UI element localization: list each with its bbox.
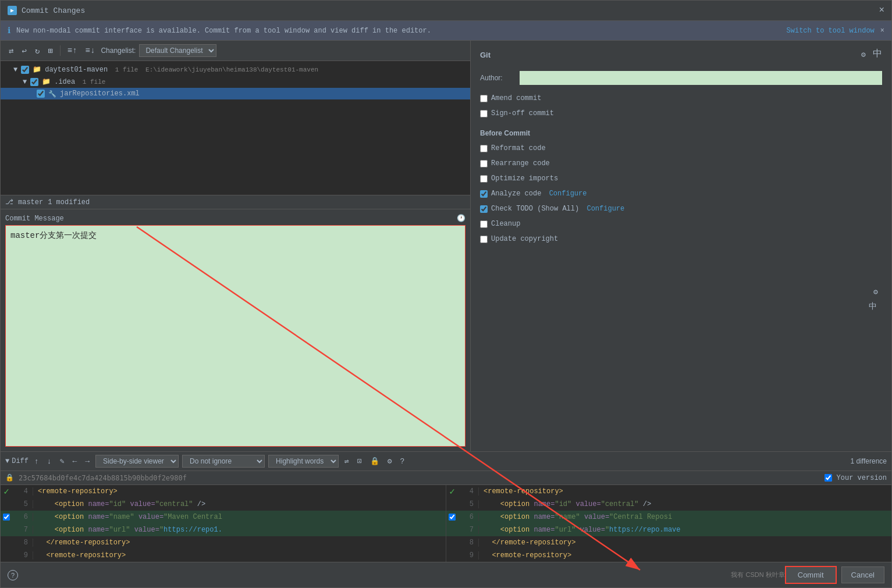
diff-lock-btn[interactable]: 🔒 bbox=[368, 455, 382, 467]
author-row: Author: bbox=[480, 71, 882, 85]
diff-back-btn[interactable]: ← bbox=[70, 456, 79, 467]
commit-button[interactable]: Commit bbox=[785, 566, 837, 584]
group-button[interactable]: ⊞ bbox=[45, 45, 55, 57]
cancel-button[interactable]: Cancel bbox=[841, 566, 884, 583]
diff-highlight-select[interactable]: Highlight words Highlight chars Highligh… bbox=[268, 455, 339, 468]
diff-line-right-7: 7 <option name="url" value="https://repo… bbox=[446, 523, 891, 536]
reformat-code-row: Reformat code bbox=[480, 144, 882, 152]
diff-linecontent-left-6: <option name="name" value="Maven Central bbox=[33, 512, 446, 522]
help-button[interactable]: ? bbox=[8, 570, 18, 580]
optimize-imports-label: Optimize imports bbox=[491, 174, 558, 183]
info-text: New non-modal commit interface is availa… bbox=[16, 27, 781, 35]
diff-linecontent-left-7: <option name="url" value="https://repo1. bbox=[33, 525, 446, 535]
diff-forward-btn[interactable]: → bbox=[83, 456, 92, 467]
tree-checkbox-daytest01-maven[interactable] bbox=[21, 66, 29, 74]
diff-collapse-btn[interactable]: ⊡ bbox=[355, 455, 364, 467]
folder-icon-idea: 📁 bbox=[42, 77, 51, 86]
diff-viewer-select[interactable]: Side-by-side viewer Unified viewer bbox=[95, 455, 179, 468]
tree-item-jarrepositories[interactable]: 🔧 jarRepositories.xml bbox=[1, 88, 470, 99]
diff-linecontent-right-6: <option name="name" value="Central Repos… bbox=[479, 512, 891, 522]
settings-icon-btn[interactable]: ⚙ bbox=[869, 285, 883, 299]
git-panel-close-icon[interactable]: 中 bbox=[873, 48, 882, 62]
diff-linecontent-right-4: <remote-repository> bbox=[479, 486, 891, 497]
check-todo-configure-link[interactable]: Configure bbox=[587, 205, 624, 213]
switch-to-tool-window-link[interactable]: Switch to tool window bbox=[787, 27, 875, 35]
rearrange-code-checkbox[interactable] bbox=[480, 160, 488, 168]
amend-commit-checkbox[interactable] bbox=[480, 95, 488, 102]
analyze-code-configure-link[interactable]: Configure bbox=[549, 190, 587, 198]
sort-desc-button[interactable]: ≡↓ bbox=[83, 45, 98, 56]
diff-line-right-9: 9 <remote-repository> bbox=[446, 549, 891, 562]
diff-line-left-9: 9 <remote-repository> bbox=[1, 549, 446, 562]
diff-linecontent-left-4: <remote-repository> bbox=[33, 486, 446, 497]
diff-gutter-right-4: ✓ bbox=[446, 486, 458, 497]
diff-help-btn[interactable]: ? bbox=[398, 456, 407, 467]
diff-line-right-checkbox-6[interactable] bbox=[449, 514, 456, 521]
diff-ignore-select[interactable]: Do not ignore Ignore whitespaces bbox=[182, 455, 265, 468]
diff-linecontent-left-5: <option name="id" value="central" /> bbox=[33, 499, 446, 509]
tree-checkbox-idea[interactable] bbox=[30, 78, 38, 86]
cleanup-row: Cleanup bbox=[480, 220, 882, 228]
reformat-code-checkbox[interactable] bbox=[480, 145, 488, 152]
undo-button[interactable]: ↩ bbox=[19, 45, 29, 57]
cleanup-checkbox[interactable] bbox=[480, 220, 488, 228]
reformat-code-label: Reformat code bbox=[491, 144, 546, 152]
sort-button[interactable]: ≡↑ bbox=[65, 45, 80, 56]
tree-expand-icon[interactable]: ▼ bbox=[13, 66, 17, 74]
changelist-dropdown[interactable]: Default Changelist bbox=[139, 44, 216, 57]
git-options-gear-icon[interactable]: ⚙ bbox=[857, 48, 870, 62]
diff-prev-btn[interactable]: ↑ bbox=[32, 456, 41, 467]
diff-linenum-left-4: 4 bbox=[12, 487, 33, 496]
author-label: Author: bbox=[480, 74, 515, 82]
diff-linecontent-right-9: <remote-repository> bbox=[479, 550, 891, 561]
tree-item-idea[interactable]: ▼ 📁 .idea 1 file bbox=[1, 76, 470, 88]
info-bar-close-icon[interactable]: × bbox=[880, 27, 884, 35]
window-title: Commit Changes bbox=[22, 6, 85, 15]
diff-align-btn[interactable]: ⇌ bbox=[342, 455, 351, 467]
commit-message-label: Commit Message 🕐 bbox=[5, 214, 465, 223]
diff-edit-btn[interactable]: ✎ bbox=[58, 455, 67, 467]
diff-hash: 23c57684bd0fe4c7da424b8815b90bbd0f2e980f bbox=[19, 474, 187, 482]
tree-checkbox-jarrepositories[interactable] bbox=[37, 90, 45, 98]
xml-file-icon: 🔧 bbox=[48, 90, 56, 98]
tree-expand-icon-idea[interactable]: ▼ bbox=[23, 78, 27, 86]
diff-toolbar: ▼ Diff ↑ ↓ ✎ ← → Side-by-side viewer Uni… bbox=[1, 452, 891, 471]
check-todo-checkbox[interactable] bbox=[480, 205, 488, 213]
diff-line-right-5: 5 <option name="id" value="central" /> bbox=[446, 498, 891, 511]
diff-content: ✓ 4 <remote-repository> 5 <option name="… bbox=[1, 485, 891, 562]
commit-message-input[interactable]: master分支第一次提交 bbox=[5, 225, 465, 447]
move-to-changes-button[interactable]: ⇄ bbox=[6, 45, 16, 57]
signoff-commit-checkbox[interactable] bbox=[480, 110, 488, 117]
diff-line-right-4: ✓ 4 <remote-repository> bbox=[446, 485, 891, 498]
clock-icon[interactable]: 🕐 bbox=[457, 214, 465, 223]
refresh-button[interactable]: ↻ bbox=[33, 45, 42, 57]
changelist-label: Changelist: bbox=[101, 47, 136, 55]
tree-item-daytest01-maven[interactable]: ▼ 📁 daytest01-maven 1 file E:\ideawork\j… bbox=[1, 63, 470, 76]
author-input[interactable] bbox=[520, 71, 882, 85]
diff-line-checkbox-6[interactable] bbox=[3, 514, 10, 521]
diff-next-btn[interactable]: ↓ bbox=[45, 456, 54, 467]
diff-linecontent-right-8: </remote-repository> bbox=[479, 537, 891, 548]
diff-linenum-left-7: 7 bbox=[12, 526, 33, 534]
diff-line-left-6: 6 <option name="name" value="Maven Centr… bbox=[1, 511, 446, 523]
amend-commit-row: Amend commit bbox=[480, 94, 882, 102]
update-copyright-checkbox[interactable] bbox=[480, 236, 488, 243]
diff-section-toggle[interactable]: ▼ Diff bbox=[5, 457, 29, 465]
close-button[interactable]: × bbox=[879, 5, 884, 16]
commit-message-area: Commit Message 🕐 master分支第一次提交 bbox=[1, 209, 470, 451]
analyze-code-label: Analyze code bbox=[491, 190, 546, 198]
optimize-imports-checkbox[interactable] bbox=[480, 175, 488, 183]
lock-icon: 🔒 bbox=[5, 473, 14, 482]
check-todo-label: Check TODO (Show All) bbox=[491, 205, 583, 213]
diff-linenum-right-5: 5 bbox=[458, 500, 479, 508]
analyze-code-checkbox[interactable] bbox=[480, 190, 488, 198]
your-version-checkbox[interactable] bbox=[825, 474, 832, 482]
diff-settings-btn[interactable]: ⚙ bbox=[385, 455, 395, 467]
diff-linecontent-right-7: <option name="url" value="https://repo.m… bbox=[479, 525, 891, 535]
tree-path-daytest01-maven: E:\ideawork\jiuyeban\heima138\daytest01-… bbox=[145, 66, 318, 73]
git-section-title: Git bbox=[480, 51, 491, 59]
update-copyright-row: Update copyright bbox=[480, 235, 882, 243]
update-copyright-label: Update copyright bbox=[491, 235, 558, 243]
diff-gutter-left-6 bbox=[1, 514, 12, 521]
rearrange-code-row: Rearrange code bbox=[480, 159, 882, 168]
